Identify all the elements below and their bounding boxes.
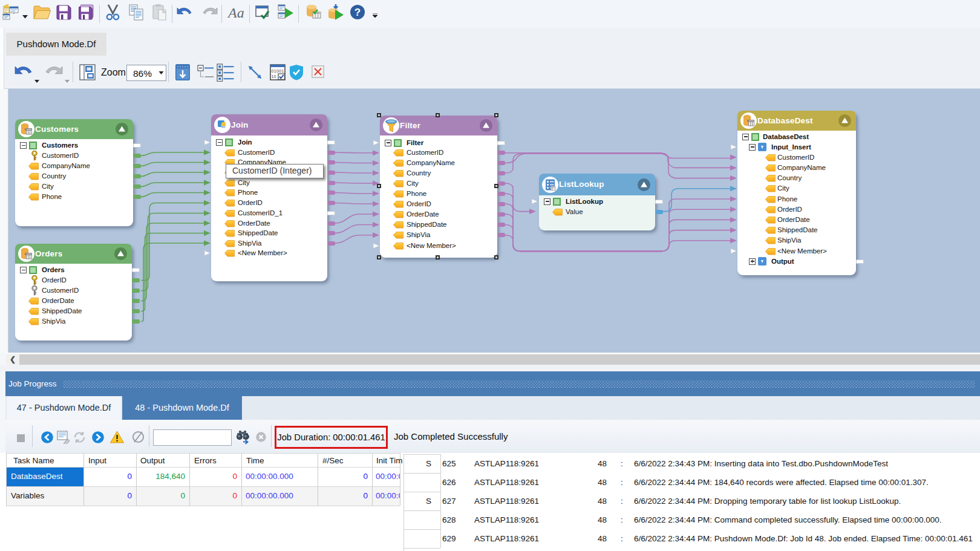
svg-text:01001: 01001 xyxy=(272,69,284,73)
svg-text:10: 10 xyxy=(272,74,276,79)
svg-text:?: ? xyxy=(354,7,361,18)
